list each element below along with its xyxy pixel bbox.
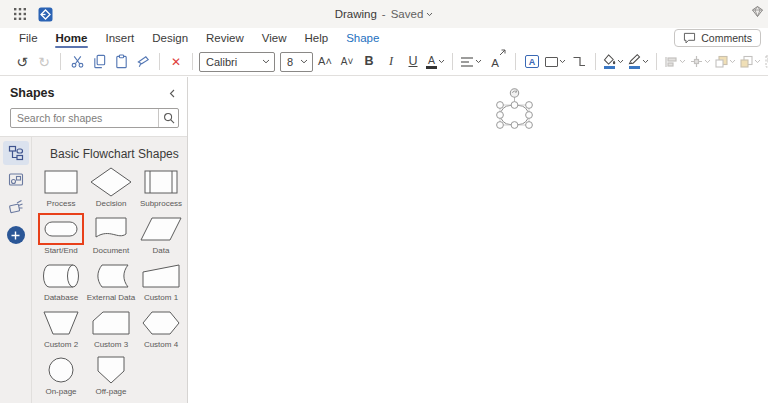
menu-help[interactable]: Help	[296, 28, 338, 48]
align-objects-icon	[664, 56, 678, 68]
plus-icon	[11, 231, 20, 240]
divider	[60, 53, 61, 70]
selected-shape-on-canvas[interactable]	[496, 86, 536, 132]
send-backward-button[interactable]	[739, 51, 762, 73]
shape-item-external-data[interactable]: External Data	[86, 261, 136, 308]
menu-view[interactable]: View	[253, 28, 296, 48]
clipboard-icon	[114, 54, 129, 69]
shape-search-input[interactable]	[11, 112, 158, 124]
chevron-down-icon	[300, 59, 308, 64]
brush-icon	[136, 54, 151, 69]
chevron-down-icon	[679, 59, 686, 64]
decision-shape-icon	[89, 167, 133, 197]
chevron-down-icon	[729, 59, 736, 64]
shape-item-subprocess[interactable]: Subprocess	[136, 167, 186, 214]
send-backward-icon	[740, 55, 753, 68]
menu-insert[interactable]: Insert	[96, 28, 143, 48]
align-text-icon	[460, 56, 474, 68]
shape-item-custom-2[interactable]: Custom 2	[36, 308, 86, 355]
text-orientation-button[interactable]: A	[485, 51, 505, 73]
change-shape-button[interactable]	[544, 51, 567, 73]
align-objects-button[interactable]	[663, 51, 687, 73]
italic-button[interactable]: I	[381, 51, 401, 73]
align-text-button[interactable]	[459, 51, 483, 73]
grow-font-button[interactable]: A˄	[315, 51, 335, 73]
stencil-library-icon	[8, 172, 24, 188]
underline-button[interactable]: U	[403, 51, 423, 73]
shape-item-custom-3[interactable]: Custom 3	[86, 308, 136, 355]
menu-file[interactable]: File	[10, 28, 47, 48]
document-title[interactable]: Drawing	[335, 8, 377, 20]
search-button[interactable]	[158, 109, 178, 127]
process-shape-icon	[39, 167, 83, 197]
font-size-value: 8	[287, 56, 293, 68]
diamond-icon[interactable]	[751, 5, 764, 18]
titlebar: Drawing - Saved	[0, 0, 768, 28]
start-end-shape-icon	[39, 214, 83, 244]
divider	[515, 53, 516, 70]
visio-app-icon[interactable]	[38, 7, 53, 22]
position-button[interactable]	[689, 51, 712, 73]
stencil-tab-shapes[interactable]	[3, 168, 29, 192]
custom-1-shape-icon	[139, 261, 183, 291]
shape-item-data[interactable]: Data	[136, 214, 186, 261]
shapes-panel-body: Basic Flowchart Shapes Process Decision	[0, 136, 187, 403]
external-data-shape-icon	[89, 261, 133, 291]
line-color-button[interactable]	[627, 51, 650, 73]
shape-item-custom-4[interactable]: Custom 4	[136, 308, 186, 355]
app-launcher-icon[interactable]	[14, 8, 26, 20]
flowchart-stencil-icon	[8, 145, 24, 161]
copy-button[interactable]	[89, 51, 109, 73]
menu-design[interactable]: Design	[143, 28, 197, 48]
shape-item-database[interactable]: Database	[36, 261, 86, 308]
font-name-select[interactable]: Calibri	[199, 52, 275, 72]
chevron-down-icon	[262, 59, 270, 64]
cut-button[interactable]	[67, 51, 87, 73]
text-block-button[interactable]: A	[522, 51, 542, 73]
shape-search-box	[10, 108, 179, 128]
connector-icon	[572, 55, 586, 68]
search-icon	[163, 112, 175, 124]
position-icon	[690, 55, 703, 68]
font-size-select[interactable]: 8	[280, 52, 313, 72]
undo-button[interactable]: ↺	[12, 51, 32, 73]
connector-button[interactable]	[569, 51, 589, 73]
shape-item-custom-1[interactable]: Custom 1	[136, 261, 186, 308]
custom-4-shape-icon	[139, 308, 183, 338]
shape-item-document[interactable]: Document	[86, 214, 136, 261]
menu-review[interactable]: Review	[197, 28, 253, 48]
group-button[interactable]	[764, 51, 768, 73]
paste-button[interactable]	[111, 51, 131, 73]
collapse-panel-button[interactable]	[165, 87, 179, 100]
shapes-panel: Shapes	[0, 77, 188, 403]
shapes-panel-title: Shapes	[10, 86, 54, 100]
shape-item-decision[interactable]: Decision	[86, 167, 136, 214]
fill-color-button[interactable]	[602, 51, 625, 73]
divider	[192, 53, 193, 70]
on-page-shape-icon	[39, 355, 83, 385]
menu-shape[interactable]: Shape	[337, 28, 388, 48]
bring-forward-button[interactable]	[714, 51, 737, 73]
visio-web-app: Drawing - Saved File Home Insert Design …	[0, 0, 768, 403]
font-color-button[interactable]: A	[425, 51, 446, 73]
comments-button[interactable]: Comments	[674, 29, 761, 47]
save-status-dropdown[interactable]: Saved	[391, 8, 434, 20]
format-painter-button[interactable]	[133, 51, 153, 73]
shape-item-on-page[interactable]: On-page	[36, 355, 86, 402]
drawing-canvas[interactable]	[188, 77, 768, 403]
menu-home[interactable]: Home	[47, 28, 97, 48]
add-stencil-button[interactable]	[7, 226, 25, 244]
shape-item-process[interactable]: Process	[36, 167, 86, 214]
delete-button[interactable]: ✕	[166, 51, 186, 73]
shrink-font-button[interactable]: A˅	[337, 51, 357, 73]
shape-item-off-page[interactable]: Off-page	[86, 355, 136, 402]
ribbon-toolbar: ↺ ↻ ✕ Calibri 8 A˄ A˅ B I U	[0, 48, 768, 76]
chevron-down-icon	[426, 12, 433, 17]
stencil-tab-my-shapes[interactable]	[3, 195, 29, 219]
scissors-icon	[70, 54, 85, 69]
redo-button[interactable]: ↻	[34, 51, 54, 73]
undo-icon: ↺	[16, 55, 28, 69]
shape-item-start-end[interactable]: Start/End	[36, 214, 86, 261]
stencil-tab-flowchart[interactable]	[3, 141, 29, 165]
bold-button[interactable]: B	[359, 51, 379, 73]
